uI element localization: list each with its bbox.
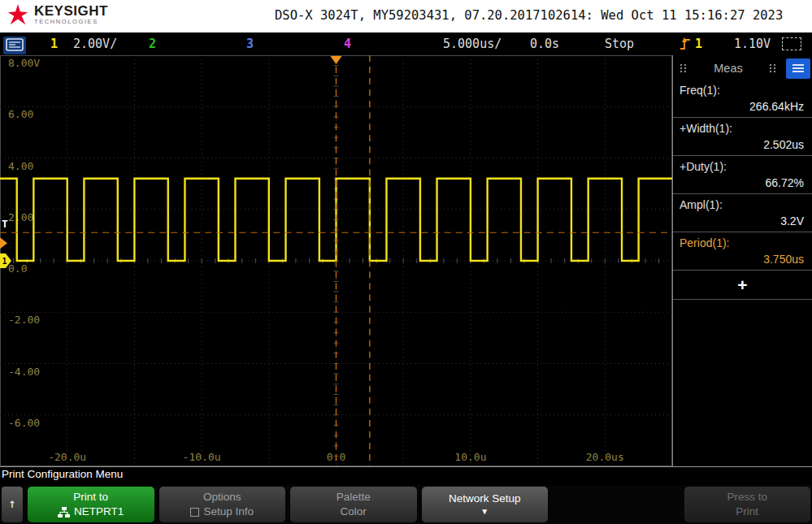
dropdown-arrow-icon: ▼ xyxy=(480,506,489,518)
svg-text:1: 1 xyxy=(2,257,7,266)
softkey-line1: Print to xyxy=(73,490,108,505)
svg-text:-4.00: -4.00 xyxy=(8,366,40,378)
svg-text:20.0us: 20.0us xyxy=(586,451,624,463)
add-measurement-button[interactable]: + xyxy=(673,271,812,300)
channel-4-button[interactable]: 4 xyxy=(344,37,351,51)
measurement-label: +Duty(1): xyxy=(680,160,805,173)
softkey-print-to[interactable]: Print to NETPRT1 xyxy=(28,487,154,522)
svg-text:-20.0u: -20.0u xyxy=(48,451,86,463)
menu-icon xyxy=(6,38,24,51)
softkey-palette[interactable]: Palette Color xyxy=(290,487,417,522)
svg-text:-6.00: -6.00 xyxy=(8,417,40,429)
softkey-line2: Color xyxy=(341,505,367,519)
measurement-row-ampl[interactable]: Ampl(1): 3.2V xyxy=(673,194,812,232)
softkey-line1: Network Setup xyxy=(449,492,521,506)
drag-handle-icon xyxy=(769,63,777,73)
trigger-source[interactable]: 1 xyxy=(695,37,702,51)
measurement-row-pduty[interactable]: +Duty(1): 66.72% xyxy=(673,156,812,194)
svg-text:-2.00: -2.00 xyxy=(8,314,40,326)
svg-text:0.0: 0.0 xyxy=(8,262,28,275)
waveform-graticule: 8.00V6.004.002.000.0-2.00-4.00-6.00-20.0… xyxy=(0,55,672,466)
softkey-network-setup[interactable]: Network Setup ▼ xyxy=(422,487,549,522)
measurement-label: Period(1): xyxy=(680,236,805,249)
svg-text:6.00: 6.00 xyxy=(8,108,33,120)
delay-readout[interactable]: 0.0s xyxy=(530,37,559,51)
measurement-label: +Width(1): xyxy=(680,122,805,135)
measurement-row-freq[interactable]: Freq(1): 266.64kHz xyxy=(673,80,812,118)
measurement-panel: Meas Freq(1): 266.64kHz +Width(1): 2.502… xyxy=(672,55,812,467)
meas-panel-title: Meas xyxy=(714,62,742,75)
softkey-line1: Options xyxy=(203,490,241,505)
brand-subtitle: TECHNOLOGIES xyxy=(34,19,108,25)
softkey-bar: ↑ Print to NETPRT1 Options Setup Info Pa… xyxy=(0,485,812,524)
channel-1-scale[interactable]: 2.00V/ xyxy=(73,37,117,51)
instrument-id-text: DSO-X 3024T, MY59203431, 07.20.201710261… xyxy=(275,8,783,23)
svg-text:-10.0u: -10.0u xyxy=(183,451,221,463)
svg-text:10.0u: 10.0u xyxy=(454,451,486,463)
softkey-line2: Print xyxy=(736,505,758,519)
measurement-row-period[interactable]: Period(1): 3.750us xyxy=(673,232,812,271)
svg-text:8.00V: 8.00V xyxy=(8,57,40,69)
list-icon xyxy=(792,63,805,73)
softkey-menu-title: Print Configuration Menu xyxy=(2,468,123,480)
channel-1-button[interactable]: 1 xyxy=(50,37,58,51)
svg-text:T: T xyxy=(2,218,8,230)
measurement-label: Ampl(1): xyxy=(680,198,805,211)
timebase-readout[interactable]: 5.000us/ xyxy=(443,37,502,51)
acquisition-state[interactable]: Stop xyxy=(605,37,634,51)
network-printer-icon xyxy=(58,507,70,518)
channel-2-button[interactable]: 2 xyxy=(149,37,156,51)
softkey-empty-slot xyxy=(553,487,680,522)
brand-name: KEYSIGHT xyxy=(34,4,108,19)
softkey-line1: Palette xyxy=(337,490,371,505)
status-bar: 1 2.00V/ 2 3 4 5.000us/ 0.0s Stop 1 1.10… xyxy=(0,32,812,55)
selection-box-icon[interactable] xyxy=(782,37,801,54)
softkey-line2: Setup Info xyxy=(203,505,254,519)
drag-handle-icon xyxy=(680,63,688,73)
softkey-line1: Press to xyxy=(727,490,767,505)
meas-panel-header[interactable]: Meas xyxy=(673,55,812,80)
checkbox-icon xyxy=(190,508,199,517)
measurement-value: 266.64kHz xyxy=(680,97,805,115)
measurement-value: 66.72% xyxy=(680,173,805,191)
keysight-spark-icon xyxy=(7,3,29,26)
waveform-display[interactable]: 8.00V6.004.002.000.0-2.00-4.00-6.00-20.0… xyxy=(0,55,672,467)
svg-text:4.00: 4.00 xyxy=(8,160,33,172)
channel-3-button[interactable]: 3 xyxy=(246,37,254,51)
measurement-row-pwidth[interactable]: +Width(1): 2.502us xyxy=(673,118,812,156)
menu-back-button[interactable]: ↑ xyxy=(2,487,23,522)
softkey-options[interactable]: Options Setup Info xyxy=(159,487,286,522)
titlebar: KEYSIGHT TECHNOLOGIES DSO-X 3024T, MY592… xyxy=(0,0,812,32)
trigger-level-readout[interactable]: 1.10V xyxy=(734,37,771,51)
main-menu-button[interactable] xyxy=(3,37,26,54)
measurement-value: 3.2V xyxy=(680,211,805,229)
softkey-press-to-print[interactable]: Press to Print xyxy=(684,487,811,522)
panel-menu-button[interactable] xyxy=(786,58,810,79)
measurement-value: 3.750us xyxy=(680,249,805,267)
measurement-value: 2.502us xyxy=(680,135,805,153)
keysight-logo: KEYSIGHT TECHNOLOGIES xyxy=(7,3,108,26)
svg-text:2.00: 2.00 xyxy=(8,211,33,223)
measurement-label: Freq(1): xyxy=(680,84,805,97)
softkey-line2: NETPRT1 xyxy=(74,505,124,519)
trigger-slope-icon xyxy=(680,36,691,54)
